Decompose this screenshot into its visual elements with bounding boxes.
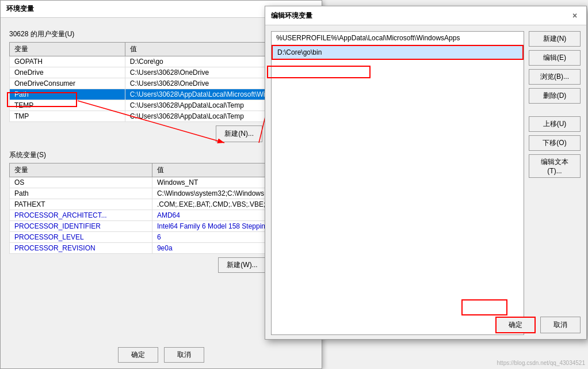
- bg-ok-btn[interactable]: 确定: [118, 347, 158, 363]
- edit-cancel-btn[interactable]: 取消: [540, 317, 581, 333]
- edit-browse-btn[interactable]: 浏览(B)...: [529, 69, 581, 85]
- sys-col-var: 变量: [10, 163, 152, 177]
- sys-var-name: PROCESSOR_LEVEL: [10, 232, 152, 243]
- user-var-name: TMP: [10, 111, 125, 122]
- edit-new-btn[interactable]: 新建(N): [529, 31, 581, 47]
- edit-dialog-side-btns: 新建(N)编辑(E)浏览(B)...删除(D)上移(U)下移(O)编辑文本(T)…: [529, 31, 581, 335]
- new-user-btn[interactable]: 新建(N)...: [216, 125, 262, 142]
- bg-cancel-btn[interactable]: 取消: [164, 347, 204, 363]
- sys-var-name: PROCESSOR_IDENTIFIER: [10, 221, 152, 232]
- new-system-btn[interactable]: 新建(W)...: [218, 257, 266, 273]
- user-var-name: OneDrive: [10, 67, 125, 78]
- edit-dialog-title: 编辑环境变量: [271, 11, 312, 21]
- path-list: %USERPROFILE%\AppData\Local\Microsoft\Wi…: [271, 31, 524, 335]
- sys-var-name: PROCESSOR_ARCHITECT...: [10, 210, 152, 221]
- edit-ok-btn[interactable]: 确定: [495, 317, 536, 333]
- path-list-item[interactable]: %USERPROFILE%\AppData\Local\Microsoft\Wi…: [272, 32, 524, 45]
- sys-var-name: PROCESSOR_REVISION: [10, 243, 152, 254]
- sys-var-name: OS: [10, 177, 152, 188]
- sys-var-name: Path: [10, 188, 152, 199]
- edit-delete-btn[interactable]: 删除(D): [529, 88, 581, 104]
- edit-env-dialog: 编辑环境变量 × %USERPROFILE%\AppData\Local\Mic…: [265, 6, 587, 340]
- user-col-var: 变量: [10, 43, 125, 56]
- edit-down-btn[interactable]: 下移(O): [529, 135, 581, 151]
- bg-dialog-title: 环境变量: [6, 4, 34, 14]
- edit-close-btn[interactable]: ×: [569, 10, 581, 21]
- edit-up-btn[interactable]: 上移(U): [529, 116, 581, 132]
- path-list-item[interactable]: D:\Core\go\bin: [272, 45, 524, 60]
- watermark: https://blog.csdn.net/qq_43034521: [497, 360, 585, 366]
- edit-text-btn[interactable]: 编辑文本(T)...: [529, 154, 581, 178]
- bg-dialog-bottom-btns: 确定 取消: [1, 347, 322, 363]
- user-var-name: GOPATH: [10, 56, 125, 67]
- user-var-name: OneDriveConsumer: [10, 78, 125, 89]
- user-var-name: Path: [10, 89, 125, 100]
- edit-edit-btn[interactable]: 编辑(E): [529, 50, 581, 66]
- user-var-name: TEMP: [10, 100, 125, 111]
- edit-dialog-content: %USERPROFILE%\AppData\Local\Microsoft\Wi…: [265, 25, 586, 341]
- edit-dialog-titlebar: 编辑环境变量 ×: [265, 6, 586, 25]
- sys-var-name: PATHEXT: [10, 199, 152, 210]
- edit-dialog-bottom: 确定取消: [495, 317, 581, 333]
